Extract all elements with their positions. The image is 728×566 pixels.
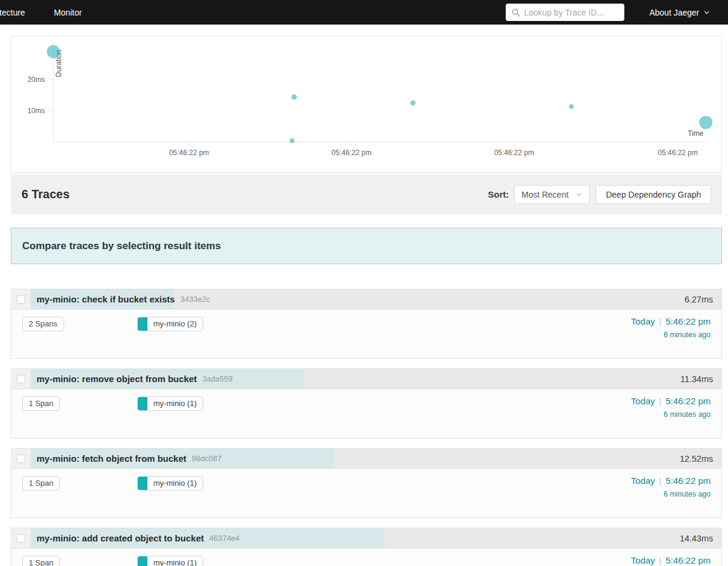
date-link[interactable]: Today: [631, 316, 655, 326]
relative-time: 6 minutes ago: [631, 490, 711, 498]
trace-row-details: 1 Span my-minio (1) Today|5:46:22 pm 6 m…: [11, 389, 721, 438]
span-count-pill: 1 Span: [22, 476, 60, 491]
span-count-pill: 1 Span: [22, 396, 60, 411]
about-jaeger-menu[interactable]: About Jaeger: [650, 8, 710, 17]
trace-select-checkbox[interactable]: [17, 534, 25, 543]
trace-timestamp-block: Today|5:46:22 pm 6 minutes ago: [631, 555, 711, 566]
trace-title: my-minio: add created object to bucket: [37, 533, 204, 543]
y-axis-tick-label: 20ms: [28, 75, 45, 84]
compare-banner-text: Compare traces by selecting result items: [22, 240, 221, 252]
trace-result-row[interactable]: my-minio: check if bucket exists 3433e2c…: [11, 289, 722, 359]
scatter-point[interactable]: [410, 100, 416, 105]
service-tag-label: my-minio (1): [147, 556, 203, 566]
time-link[interactable]: 5:46:22 pm: [666, 555, 711, 565]
time-link[interactable]: 5:46:22 pm: [666, 316, 711, 326]
time-link[interactable]: 5:46:22 pm: [666, 396, 711, 406]
x-axis-tick-label: 05:46:22 pm: [494, 149, 534, 157]
scatter-point[interactable]: [699, 116, 712, 129]
chevron-down-icon: [576, 191, 582, 198]
sort-dropdown[interactable]: Most Recent: [514, 185, 590, 204]
service-color-swatch: [138, 317, 147, 331]
service-tag-label: my-minio (1): [147, 477, 203, 490]
trace-row-details: 1 Span my-minio (1) Today|5:46:22 pm 6 m…: [11, 468, 721, 517]
trace-select-checkbox[interactable]: [17, 455, 25, 463]
trace-checkbox-cell: [11, 528, 31, 548]
search-placeholder: Lookup by Trace ID...: [524, 8, 604, 17]
scatter-point[interactable]: [290, 138, 295, 143]
date-link[interactable]: Today: [631, 555, 655, 565]
trace-title: my-minio: remove object from bucket: [37, 374, 197, 384]
scatter-point[interactable]: [291, 94, 297, 99]
compare-banner: Compare traces by selecting result items: [11, 228, 722, 264]
trace-timestamp-block: Today|5:46:22 pm 6 minutes ago: [631, 316, 711, 339]
service-color-swatch: [138, 477, 147, 490]
service-tag: my-minio (1): [137, 396, 203, 411]
trace-result-row[interactable]: my-minio: add created object to bucket 4…: [11, 528, 722, 566]
sort-label: Sort:: [488, 189, 509, 199]
separator: |: [659, 316, 661, 326]
results-header: 6 Traces Sort: Most Recent Deep Dependen…: [11, 174, 722, 214]
separator: |: [659, 396, 661, 406]
x-axis-tick-label: 05:46:22 pm: [331, 149, 371, 157]
service-color-swatch: [138, 397, 147, 410]
trace-id-hash: 3ada559: [203, 374, 233, 383]
trace-row-details: 2 Spans my-minio (2) Today|5:46:22 pm 6 …: [11, 309, 721, 358]
separator: |: [659, 476, 661, 486]
trace-row-header: my-minio: remove object from bucket 3ada…: [11, 369, 721, 389]
trace-row-header: my-minio: add created object to bucket 4…: [11, 528, 721, 548]
service-tag: my-minio (2): [137, 317, 203, 331]
trace-select-checkbox[interactable]: [17, 375, 25, 383]
trace-duration: 14.43ms: [679, 534, 713, 543]
span-count-pill: 1 Span: [22, 556, 60, 566]
trace-row-header: my-minio: fetch object from bucket 98dc0…: [11, 449, 721, 468]
trace-checkbox-cell: [11, 369, 31, 389]
span-count-pill: 2 Spans: [22, 317, 64, 331]
trace-id-hash: 3433e2c: [180, 295, 210, 304]
service-tag-label: my-minio (1): [147, 397, 203, 410]
trace-count: 6 Traces: [22, 187, 70, 201]
time-link[interactable]: 5:46:22 pm: [666, 476, 711, 486]
trace-duration: 6.27ms: [684, 295, 713, 304]
trace-result-row[interactable]: my-minio: fetch object from bucket 98dc0…: [11, 448, 722, 518]
scatter-point[interactable]: [47, 45, 60, 58]
trace-timestamp-block: Today|5:46:22 pm 6 minutes ago: [631, 396, 711, 419]
nav-item-architecture[interactable]: itecture: [0, 8, 40, 17]
y-axis-tick-label: 10ms: [28, 107, 45, 115]
separator: |: [659, 555, 661, 565]
trace-duration: 11.34ms: [680, 374, 713, 384]
trace-title: my-minio: check if bucket exists: [37, 294, 175, 304]
trace-select-checkbox[interactable]: [17, 295, 25, 304]
nav-item-monitor[interactable]: Monitor: [40, 8, 96, 17]
trace-title: my-minio: fetch object from bucket: [37, 453, 186, 464]
trace-row-header: my-minio: check if bucket exists 3433e2c…: [11, 289, 721, 309]
deep-dependency-graph-button[interactable]: Deep Dependency Graph: [596, 185, 711, 204]
x-axis-tick-label: 05:46:22 pm: [169, 149, 209, 157]
date-link[interactable]: Today: [631, 476, 655, 486]
trace-result-row[interactable]: my-minio: remove object from bucket 3ada…: [11, 368, 722, 438]
service-color-swatch: [138, 556, 147, 566]
trace-id-hash: 46374e4: [209, 534, 240, 543]
date-link[interactable]: Today: [631, 396, 655, 406]
trace-timestamp-block: Today|5:46:22 pm 6 minutes ago: [631, 476, 711, 498]
service-tag: my-minio (1): [137, 556, 203, 566]
service-tag: my-minio (1): [137, 476, 203, 491]
sort-dropdown-value: Most Recent: [521, 190, 569, 199]
scatter-point[interactable]: [569, 104, 574, 109]
trace-results-list: my-minio: check if bucket exists 3433e2c…: [11, 289, 722, 566]
trace-checkbox-cell: [11, 289, 31, 309]
trace-id-search-input[interactable]: Lookup by Trace ID...: [506, 4, 624, 21]
about-jaeger-label: About Jaeger: [650, 8, 699, 17]
scatter-plot-svg: 20ms10ms05:46:22 pm05:46:22 pm05:46:22 p…: [11, 37, 721, 172]
trace-id-hash: 98dc087: [192, 454, 222, 463]
relative-time: 6 minutes ago: [631, 331, 711, 339]
chevron-down-icon: [703, 9, 710, 16]
top-nav: itecture Monitor Lookup by Trace ID... A…: [0, 0, 728, 25]
trace-row-details: 1 Span my-minio (1) Today|5:46:22 pm 6 m…: [11, 548, 721, 566]
service-tag-label: my-minio (2): [147, 317, 203, 331]
trace-duration: 12.52ms: [679, 454, 713, 464]
duration-scatter-chart: 20ms10ms05:46:22 pm05:46:22 pm05:46:22 p…: [11, 36, 722, 173]
search-icon: [512, 8, 520, 17]
trace-checkbox-cell: [11, 449, 31, 468]
x-axis-title: Time: [688, 129, 704, 138]
relative-time: 6 minutes ago: [631, 410, 711, 419]
